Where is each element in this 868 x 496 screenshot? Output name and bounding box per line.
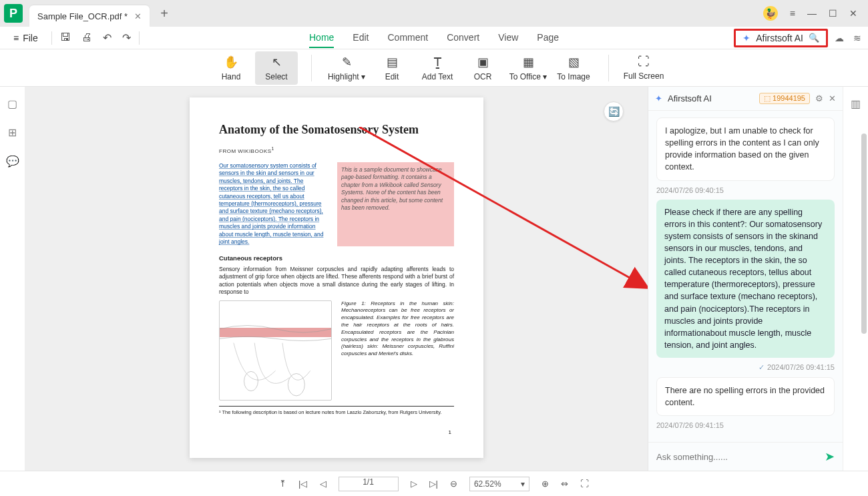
menu-icon: ≡ [13,33,19,43]
image-icon: ▧ [568,55,580,69]
ai-input-row: ➤ [648,442,843,471]
ai-input[interactable] [656,452,819,462]
assistant-message: I apologize, but I am unable to check fo… [656,117,835,181]
ai-search-box[interactable]: ✦ Afirstsoft AI 🔍 [734,29,828,47]
svg-point-1 [288,373,304,395]
sparkle-icon: ✦ [655,93,662,103]
tab-comment[interactable]: Comment [387,28,428,48]
hamburger-icon[interactable]: ≡ [790,8,795,19]
prev-page-icon[interactable]: ◁ [320,479,327,489]
file-label: File [23,33,38,43]
zoom-in-icon[interactable]: ⊕ [541,479,549,489]
page-source: FROM WIKIBOOKS1 [219,146,454,154]
tab-convert[interactable]: Convert [447,28,479,48]
fullscreen-tool[interactable]: ⛶Full Screen [622,51,665,85]
print-icon[interactable]: 🖨 [81,31,92,44]
svg-point-0 [244,371,258,391]
last-page-icon[interactable]: ▷| [429,479,438,489]
highlight-tool[interactable]: ✎Highlight ▾ [325,51,368,85]
user-message: Please check if there are any spelling e… [656,200,835,358]
timestamp: ✓2024/07/26 09:41:15 [656,363,835,372]
text-icon: Ṯ [434,55,441,69]
workspace: ▢ ⊞ 💬 Anatomy of the Somatosensory Syste… [0,87,868,471]
ai-badge: ⬚ 19944195 [759,93,810,104]
document-area[interactable]: Anatomy of the Somatosensory System FROM… [25,87,648,471]
app-logo: P [4,4,23,23]
translate-badge[interactable]: 🔄 [604,101,624,121]
edit-tool[interactable]: ▤Edit [371,51,413,85]
ocr-icon: ▣ [477,55,489,69]
redo-icon[interactable]: ↷ [122,31,131,44]
next-page-icon[interactable]: ▷ [411,479,417,489]
new-tab-button[interactable]: + [155,6,174,21]
skin-diagram [219,300,332,401]
fit-width-icon[interactable]: ⇔ [561,479,568,489]
add-text-tool[interactable]: ṮAdd Text [416,51,459,85]
menubar: ≡ File 🖫 🖨 ↶ ↷ Home Edit Comment Convert… [0,27,868,49]
maximize-icon[interactable]: ☐ [829,8,837,19]
fit-page-icon[interactable]: ⛶ [580,479,589,489]
divider [608,55,609,81]
scroll-top-icon[interactable]: ⤒ [279,479,286,489]
assistant-message: There are no spelling errors in the prov… [656,377,835,416]
gear-icon[interactable]: ⚙ [815,93,823,103]
menu-tabs: Home Edit Comment Convert View Page [309,28,559,48]
first-page-icon[interactable]: |◁ [298,479,307,489]
divider [51,31,52,45]
statusbar: ⤒ |◁ ◁ 1/1 ▷ ▷| ⊖ 62.52%▾ ⊕ ⇔ ⛶ [0,471,868,496]
footnote: ¹ The following description is based on … [219,406,454,415]
undo-icon[interactable]: ↶ [103,31,112,44]
tab-edit[interactable]: Edit [353,28,369,48]
edit-icon: ▤ [387,55,398,69]
search-icon: 🔍 [809,33,819,43]
send-icon[interactable]: ➤ [825,449,835,464]
office-icon: ▦ [523,55,534,69]
tab-page[interactable]: Page [537,28,559,48]
sample-note: This is a sample document to showcase pa… [337,162,454,246]
avatar[interactable]: 🦆 [763,6,778,21]
select-tool[interactable]: ↖Select [255,51,298,85]
timestamp: 2024/07/26 09:41:15 [656,421,835,429]
sparkle-icon: ✦ [742,33,750,43]
more-icon[interactable]: ≋ [853,33,861,43]
subheading: Cutaneous receptors [219,254,454,262]
bookmark-add-icon[interactable]: ⊞ [8,126,17,139]
hand-tool[interactable]: ✋Hand [210,51,252,85]
figure-caption: Figure 1: Receptors in the human skin: M… [341,300,454,401]
to-office-tool[interactable]: ▦To Office ▾ [507,51,550,85]
comment-icon[interactable]: 💬 [6,155,19,168]
zoom-out-icon[interactable]: ⊖ [450,479,457,489]
file-menu[interactable]: ≡ File [8,30,43,46]
document-tab[interactable]: Sample File_OCR.pdf * ✕ [29,5,150,27]
thumbnails-icon[interactable]: ▢ [7,97,17,110]
close-panel-icon[interactable]: ✕ [829,93,836,103]
close-icon[interactable]: ✕ [134,11,142,21]
left-rail: ▢ ⊞ 💬 [0,87,25,471]
page-title: Anatomy of the Somatosensory System [219,123,454,137]
save-icon[interactable]: 🖫 [60,31,71,44]
check-icon: ✓ [758,363,765,371]
tab-view[interactable]: View [498,28,518,48]
ai-panel-title: Afirstsoft AI [668,93,754,103]
pdf-page: Anatomy of the Somatosensory System FROM… [190,97,483,458]
toolbar: ✋Hand ↖Select ✎Highlight ▾ ▤Edit ṮAdd Te… [0,49,868,87]
ai-search-label: Afirstsoft AI [756,33,803,43]
page-number: 1 [449,429,451,435]
zoom-select[interactable]: 62.52%▾ [469,477,529,491]
tab-title: Sample File_OCR.pdf * [37,11,128,21]
panel-toggle-icon[interactable]: ▥ [851,97,861,110]
tab-home[interactable]: Home [309,28,334,48]
minimize-icon[interactable]: — [807,8,817,19]
divider [311,55,312,81]
page-input[interactable]: 1/1 [339,477,399,491]
body-text: Sensory information from Meissner corpus… [219,266,454,296]
ocr-tool[interactable]: ▣OCR [461,51,504,85]
ai-panel-header: ✦ Afirstsoft AI ⬚ 19944195 ⚙ ✕ [648,87,843,111]
close-window-icon[interactable]: ✕ [849,8,857,19]
ai-chat-body[interactable]: I apologize, but I am unable to check fo… [648,111,843,442]
fullscreen-icon: ⛶ [638,55,650,69]
to-image-tool[interactable]: ▧To Image [552,51,595,85]
cursor-icon: ↖ [272,55,282,69]
cloud-icon[interactable]: ☁ [835,33,844,43]
highlighted-text[interactable]: Our somatosensory system consists of sen… [219,162,328,246]
